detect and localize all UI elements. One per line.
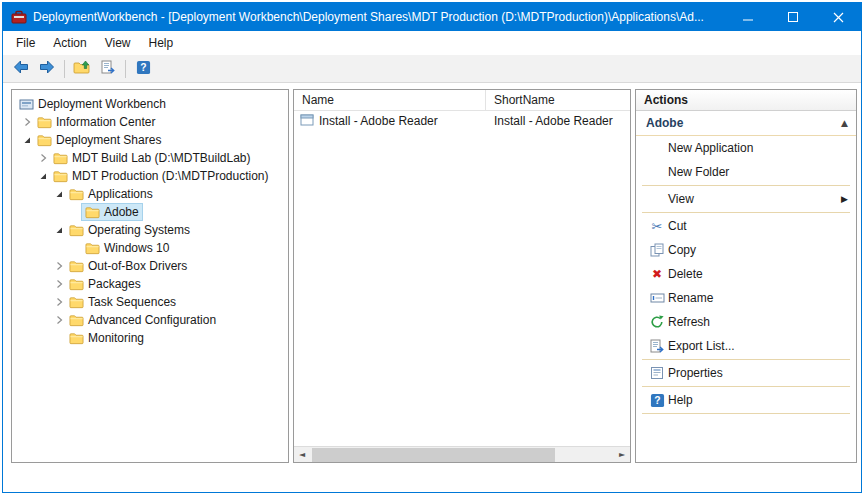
action-new-folder[interactable]: New Folder <box>636 160 856 184</box>
action-item-label: Cut <box>668 219 687 233</box>
folder-icon <box>84 242 100 255</box>
column-header-shortname[interactable]: ShortName <box>486 90 630 110</box>
cut-icon: ✂ <box>646 219 668 234</box>
tree-item-monitoring[interactable]: Monitoring <box>12 329 288 347</box>
scroll-right-button[interactable]: ► <box>614 447 630 463</box>
help-icon: ? <box>646 393 668 408</box>
help-toolbar-button[interactable]: ? <box>131 58 155 80</box>
tree-item-deployment-workbench[interactable]: Deployment Workbench <box>12 95 288 113</box>
actions-separator <box>642 413 850 414</box>
export-toolbar-button[interactable] <box>96 58 120 80</box>
scrollbar-thumb[interactable] <box>312 448 555 462</box>
results-pane: Name ShortName Install - Adobe ReaderIns… <box>293 89 631 463</box>
chevron-expanded-icon[interactable] <box>52 189 66 199</box>
tree-node: Out-of-Box Drivers <box>66 258 190 274</box>
chevron-expanded-icon[interactable] <box>20 135 34 145</box>
chevron-collapsed-icon[interactable] <box>36 153 50 163</box>
action-new-application[interactable]: New Application <box>636 136 856 160</box>
forward-toolbar-button[interactable] <box>35 58 59 80</box>
action-copy[interactable]: Copy <box>636 238 856 262</box>
horizontal-scrollbar[interactable]: ◄ ► <box>294 446 630 462</box>
actions-pane-title: Actions <box>636 90 856 111</box>
column-header-name[interactable]: Name <box>294 90 486 110</box>
menu-view[interactable]: View <box>96 33 140 53</box>
action-cut[interactable]: ✂Cut <box>636 214 856 238</box>
tree-item-task-sequences[interactable]: Task Sequences <box>12 293 288 311</box>
chevron-collapsed-icon[interactable] <box>52 279 66 289</box>
tree-item-information-center[interactable]: Information Center <box>12 113 288 131</box>
export-icon <box>100 60 116 78</box>
properties-icon <box>646 366 668 380</box>
action-item-label: Properties <box>668 366 723 380</box>
action-properties[interactable]: Properties <box>636 361 856 385</box>
action-item-label: Copy <box>668 243 696 257</box>
chevron-collapsed-icon[interactable] <box>52 315 66 325</box>
action-export-list[interactable]: Export List... <box>636 334 856 358</box>
scroll-left-button[interactable]: ◄ <box>294 447 310 463</box>
tree-item-deployment-shares[interactable]: Deployment Shares <box>12 131 288 149</box>
chevron-collapsed-icon[interactable] <box>52 261 66 271</box>
rename-icon <box>646 292 668 304</box>
menu-help[interactable]: Help <box>140 33 183 53</box>
tree-node: Advanced Configuration <box>66 312 219 328</box>
back-toolbar-button[interactable] <box>9 58 33 80</box>
chevron-collapsed-icon[interactable] <box>52 297 66 307</box>
tree-item-label: Adobe <box>104 205 139 219</box>
action-refresh[interactable]: Refresh <box>636 310 856 334</box>
close-button[interactable] <box>816 3 861 31</box>
tree-node: Monitoring <box>66 330 147 346</box>
tree-item-operating-systems[interactable]: Operating Systems <box>12 221 288 239</box>
tree-node: Packages <box>66 276 144 292</box>
action-help[interactable]: ?Help <box>636 388 856 412</box>
action-view[interactable]: View▶ <box>636 187 856 211</box>
list-item-name: Install - Adobe Reader <box>319 114 438 128</box>
tree-node: Adobe <box>82 204 142 220</box>
action-item-label: Rename <box>668 291 713 305</box>
minimize-icon <box>743 12 754 23</box>
list-header: Name ShortName <box>294 90 630 111</box>
folder-icon <box>68 314 84 327</box>
copy-icon <box>646 243 668 257</box>
actions-section-adobe[interactable]: Adobe ▲ <box>636 111 856 136</box>
tree-node: Deployment Shares <box>34 132 164 148</box>
menu-action[interactable]: Action <box>44 33 95 53</box>
tree-item-label: Packages <box>88 277 141 291</box>
tree-item-label: Deployment Shares <box>56 133 161 147</box>
tree-item-advanced-configuration[interactable]: Advanced Configuration <box>12 311 288 329</box>
actions-separator <box>642 359 850 360</box>
up-toolbar-button[interactable] <box>70 58 94 80</box>
folder-icon <box>68 296 84 309</box>
tree-item-mdt-production-d-mdtproduction[interactable]: MDT Production (D:\MDTProduction) <box>12 167 288 185</box>
maximize-icon <box>788 12 799 23</box>
collapse-section-icon[interactable]: ▲ <box>841 118 848 128</box>
action-item-label: Export List... <box>668 339 735 353</box>
scrollbar-track[interactable] <box>310 447 614 463</box>
chevron-expanded-icon[interactable] <box>52 225 66 235</box>
maximize-button[interactable] <box>771 3 816 31</box>
actions-section-label: Adobe <box>646 116 683 130</box>
tree-item-label: Advanced Configuration <box>88 313 216 327</box>
folder-icon <box>68 278 84 291</box>
tree-item-applications[interactable]: Applications <box>12 185 288 203</box>
menu-file[interactable]: File <box>7 33 44 53</box>
list-item[interactable]: Install - Adobe ReaderInstall - Adobe Re… <box>294 111 630 131</box>
back-icon <box>12 59 30 78</box>
tree-node: Information Center <box>34 114 158 130</box>
action-rename[interactable]: Rename <box>636 286 856 310</box>
title-bar[interactable]: DeploymentWorkbench - [Deployment Workbe… <box>3 3 861 31</box>
tree-node: Applications <box>66 186 156 202</box>
chevron-expanded-icon[interactable] <box>36 171 50 181</box>
tree-item-packages[interactable]: Packages <box>12 275 288 293</box>
minimize-button[interactable] <box>726 3 771 31</box>
tree-item-windows-10[interactable]: Windows 10 <box>12 239 288 257</box>
action-delete[interactable]: ✖Delete <box>636 262 856 286</box>
toolbar-separator <box>64 60 65 78</box>
tree-item-label: Applications <box>88 187 153 201</box>
up-icon <box>73 60 91 78</box>
tree-item-adobe[interactable]: Adobe <box>12 203 288 221</box>
chevron-collapsed-icon[interactable] <box>20 117 34 127</box>
action-item-label: Refresh <box>668 315 710 329</box>
tree-item-mdt-build-lab-d-mdtbuildlab[interactable]: MDT Build Lab (D:\MDTBuildLab) <box>12 149 288 167</box>
tree-item-out-of-box-drivers[interactable]: Out-of-Box Drivers <box>12 257 288 275</box>
refresh-icon <box>646 315 668 329</box>
